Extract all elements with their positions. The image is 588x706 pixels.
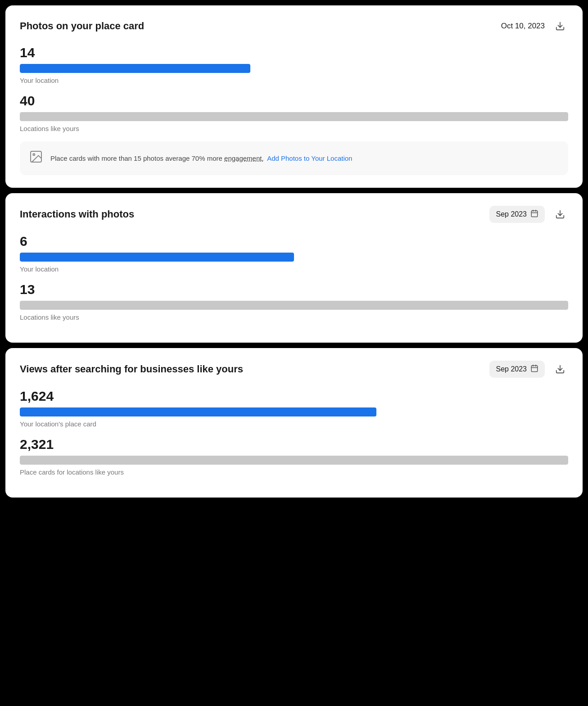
card3-date-badge[interactable]: Sep 2023 — [489, 361, 545, 378]
interactions-card: Interactions with photos Sep 2023 — [5, 193, 583, 343]
card2-your-location-label: Your location — [20, 265, 568, 273]
svg-point-2 — [33, 154, 35, 155]
card1-your-location-bar-fill — [20, 64, 250, 73]
card2-competitor-bar-track — [20, 301, 568, 310]
card3-your-location-section: 1,624 Your location's place card — [20, 389, 568, 428]
svg-rect-8 — [531, 366, 538, 372]
card2-your-location-section: 6 Your location — [20, 234, 568, 273]
card1-competitor-value: 40 — [20, 93, 568, 109]
card3-your-location-label: Your location's place card — [20, 420, 568, 428]
photos-card: Photos on your place card Oct 10, 2023 1… — [5, 5, 583, 188]
card3-header-right: Sep 2023 — [489, 361, 568, 378]
card2-header: Interactions with photos Sep 2023 — [20, 206, 568, 223]
card1-info-text: Place cards with more than 15 photos ave… — [50, 154, 352, 163]
card3-calendar-icon — [530, 364, 538, 374]
card1-header-right: Oct 10, 2023 — [501, 18, 568, 34]
card3-competitor-bar-track — [20, 456, 568, 465]
card3-your-location-value: 1,624 — [20, 389, 568, 404]
card3-header: Views after searching for businesses lik… — [20, 361, 568, 378]
card3-competitor-value: 2,321 — [20, 437, 568, 452]
card2-header-right: Sep 2023 — [489, 206, 568, 223]
card3-competitor-bar-fill — [20, 456, 568, 465]
card2-download-button[interactable] — [552, 206, 568, 222]
card2-date-label: Sep 2023 — [496, 210, 527, 218]
card2-date-badge[interactable]: Sep 2023 — [489, 206, 545, 223]
card3-competitor-section: 2,321 Place cards for locations like you… — [20, 437, 568, 476]
card1-header: Photos on your place card Oct 10, 2023 — [20, 18, 568, 34]
card1-competitor-label: Locations like yours — [20, 125, 568, 132]
card2-competitor-value: 13 — [20, 282, 568, 297]
views-card: Views after searching for businesses lik… — [5, 348, 583, 498]
card3-competitor-label: Place cards for locations like yours — [20, 468, 568, 476]
card1-info-box: Place cards with more than 15 photos ave… — [20, 141, 568, 175]
card3-date-label: Sep 2023 — [496, 365, 527, 373]
card2-your-location-value: 6 — [20, 234, 568, 249]
card1-download-button[interactable] — [552, 18, 568, 34]
card1-your-location-section: 14 Your location — [20, 45, 568, 84]
card1-engagement-text: engagement. — [224, 154, 264, 162]
card1-title: Photos on your place card — [20, 20, 144, 32]
card2-your-location-bar-fill — [20, 253, 294, 262]
card3-your-location-bar-track — [20, 407, 568, 416]
svg-rect-3 — [531, 211, 538, 217]
card1-competitor-bar-fill — [20, 112, 568, 121]
card1-your-location-label: Your location — [20, 77, 568, 84]
card3-download-button[interactable] — [552, 361, 568, 377]
card3-title: Views after searching for businesses lik… — [20, 363, 243, 375]
card3-your-location-bar-fill — [20, 407, 376, 416]
card1-add-photos-link[interactable]: Add Photos to Your Location — [267, 154, 352, 162]
card1-competitor-bar-track — [20, 112, 568, 121]
card2-competitor-label: Locations like yours — [20, 313, 568, 321]
card2-your-location-bar-track — [20, 253, 568, 262]
card2-competitor-section: 13 Locations like yours — [20, 282, 568, 321]
card2-competitor-bar-fill — [20, 301, 568, 310]
card1-date: Oct 10, 2023 — [501, 22, 545, 31]
card1-competitor-section: 40 Locations like yours — [20, 93, 568, 132]
photos-icon — [29, 149, 43, 167]
card1-your-location-bar-track — [20, 64, 568, 73]
card2-calendar-icon — [530, 209, 538, 219]
card2-title: Interactions with photos — [20, 208, 134, 220]
card1-your-location-value: 14 — [20, 45, 568, 60]
card1-info-static: Place cards with more than 15 photos ave… — [50, 154, 224, 162]
